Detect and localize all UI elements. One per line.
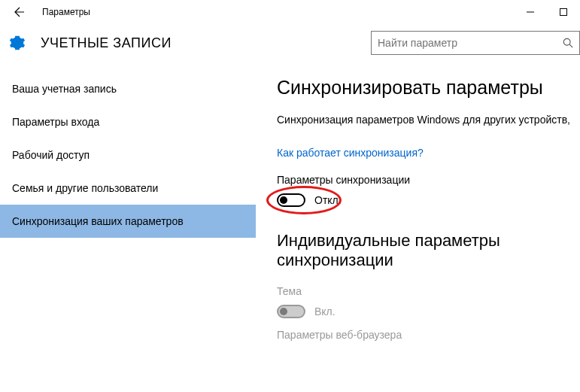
sidebar-item-label: Синхронизация ваших параметров	[12, 215, 184, 227]
theme-toggle	[277, 305, 305, 318]
sub-heading: Индивидуальные параметры синхронизации	[277, 231, 572, 270]
search-icon	[563, 38, 573, 48]
help-link[interactable]: Как работает синхронизация?	[277, 147, 424, 159]
sync-toggle-state: Откл.	[314, 194, 342, 206]
svg-rect-1	[560, 9, 567, 16]
sidebar-item-family[interactable]: Семья и другие пользователи	[0, 172, 256, 205]
sidebar-item-label: Семья и другие пользователи	[12, 182, 158, 194]
minimize-button[interactable]	[514, 1, 547, 23]
sidebar-item-work-access[interactable]: Рабочий доступ	[0, 138, 256, 172]
content-pane: Синхронизировать параметры Синхронизация…	[256, 60, 580, 392]
sidebar-item-label: Параметры входа	[12, 116, 99, 128]
sidebar-item-sync-settings[interactable]: Синхронизация ваших параметров	[0, 205, 256, 238]
section-title: УЧЕТНЫЕ ЗАПИСИ	[41, 35, 172, 51]
back-arrow-icon	[14, 6, 26, 18]
maximize-button[interactable]	[547, 1, 580, 23]
sidebar-item-your-account[interactable]: Ваша учетная запись	[0, 72, 256, 105]
minimize-icon	[527, 8, 534, 16]
back-button[interactable]	[9, 2, 30, 23]
svg-point-2	[563, 38, 570, 45]
sidebar-item-signin-options[interactable]: Параметры входа	[0, 105, 256, 138]
theme-label: Тема	[277, 285, 572, 297]
header: УЧЕТНЫЕ ЗАПИСИ	[0, 24, 580, 60]
maximize-icon	[560, 8, 567, 16]
search-box[interactable]	[371, 31, 580, 55]
page-heading: Синхронизировать параметры	[277, 77, 572, 99]
search-input[interactable]	[378, 37, 563, 49]
sync-settings-label: Параметры синхронизации	[277, 174, 572, 186]
sidebar-item-label: Рабочий доступ	[12, 149, 90, 161]
window-title: Параметры	[42, 7, 90, 17]
sidebar-item-label: Ваша учетная запись	[12, 83, 117, 95]
gear-icon	[9, 35, 26, 51]
browser-params-label: Параметры веб-браузера	[277, 329, 572, 341]
sidebar: Ваша учетная запись Параметры входа Рабо…	[0, 60, 256, 392]
title-bar: Параметры	[0, 0, 580, 24]
sync-toggle[interactable]	[277, 193, 305, 207]
theme-toggle-state: Вкл.	[314, 305, 336, 318]
page-description: Синхронизация параметров Windows для дру…	[277, 114, 572, 126]
svg-line-3	[569, 44, 572, 47]
